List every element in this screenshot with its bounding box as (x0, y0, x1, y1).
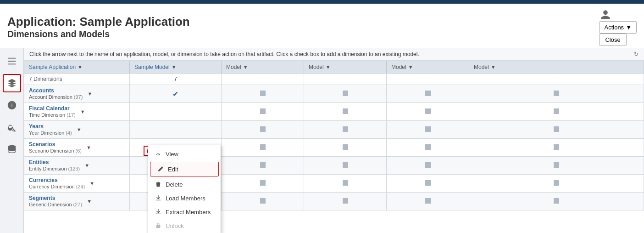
model-sq-cell[interactable] (387, 193, 469, 210)
dim-name[interactable]: Scenarios (29, 141, 55, 148)
delete-label: Delete (166, 181, 183, 188)
actions-label: Actions (604, 24, 624, 31)
model-col-5-arrow[interactable]: ▼ (491, 64, 496, 70)
actions-button[interactable]: Actions ▼ (599, 21, 637, 34)
dim-arrow[interactable]: ▼ (77, 127, 82, 132)
delete-icon (155, 181, 162, 188)
dropdown-item-edit[interactable]: Edit (150, 162, 219, 176)
dim-sub: Year Dimension (4) (29, 130, 72, 136)
dim-name[interactable]: Segments (29, 195, 55, 201)
dim-name[interactable]: Years (29, 123, 44, 130)
model-sq-cell[interactable] (469, 175, 644, 193)
model-sq-cell[interactable] (304, 157, 387, 175)
dim-sub: Scenario Dimension (6) (29, 148, 82, 153)
info-bar: Click the arrow next to the name of an a… (24, 48, 644, 61)
model-sq-cell[interactable] (222, 157, 304, 175)
header-right: Actions ▼ Close (599, 8, 637, 46)
dropdown-item-delete[interactable]: Delete (148, 177, 221, 191)
model-sq-cell[interactable] (469, 85, 644, 103)
model-col-2-arrow[interactable]: ▼ (243, 64, 248, 70)
unlock-icon (155, 222, 162, 229)
model-sq-cell[interactable] (222, 85, 304, 103)
close-button[interactable]: Close (599, 34, 626, 46)
app-col-arrow[interactable]: ▼ (78, 64, 83, 70)
dropdown-item-extract[interactable]: Extract Members (148, 205, 221, 219)
dim-name[interactable]: Entities (29, 159, 49, 165)
model-sq-cell[interactable] (469, 139, 644, 157)
model-count: 7 (130, 74, 222, 85)
model-col-3: Model ▼ (304, 61, 387, 74)
user-icon (599, 8, 612, 21)
model-sq-cell[interactable] (222, 175, 304, 193)
dropdown-menu: ∞ View Edit Delete Load Members (148, 145, 221, 233)
load-icon (155, 194, 162, 202)
model-sq-cell[interactable] (222, 193, 304, 210)
dim-arrow[interactable]: ▼ (86, 145, 91, 150)
model-col-2-label: Model (226, 64, 241, 70)
model-sq-cell[interactable] (387, 139, 469, 157)
model-col-1-label: Sample Model (134, 64, 170, 70)
dim-name-cell: Scenarios Scenario Dimension (6) ▼ (24, 139, 130, 157)
content-area: Click the arrow next to the name of an a… (24, 48, 644, 233)
dim-name-cell: Fiscal Calendar Time Dimension (17) ▼ (24, 103, 130, 121)
model-sq-cell[interactable] (469, 121, 644, 139)
sidebar-item-cube[interactable] (3, 74, 21, 92)
model-col-4: Model ▼ (387, 61, 469, 74)
dim-sub: Entity Dimension (123) (29, 166, 80, 171)
model-col-3-label: Model (309, 64, 324, 70)
model-sq-cell[interactable] (222, 103, 304, 121)
dim-name[interactable]: Fiscal Calendar (29, 105, 70, 112)
model-sq-cell[interactable] (469, 157, 644, 175)
dim-name[interactable]: Currencies (29, 177, 58, 183)
model-check-cell[interactable]: ✔ (130, 85, 222, 103)
model-sq-cell[interactable] (469, 103, 644, 121)
model-sq-cell[interactable] (304, 103, 387, 121)
model-sq-cell[interactable] (304, 193, 387, 210)
model-sq-cell[interactable] (387, 85, 469, 103)
extract-icon (155, 208, 162, 216)
dim-name-cell: Years Year Dimension (4) ▼ (24, 121, 130, 139)
model-sq-cell[interactable] (222, 139, 304, 157)
model-sq-cell[interactable] (469, 193, 644, 210)
dim-arrow[interactable]: ▼ (87, 199, 92, 204)
dim-name[interactable]: Accounts (29, 87, 54, 94)
sidebar-item-clock[interactable] (3, 96, 21, 114)
model-col-1-arrow[interactable]: ▼ (172, 64, 177, 70)
model-sq-cell[interactable] (222, 121, 304, 139)
model-empty-cell (130, 103, 222, 121)
model-sq-cell[interactable] (304, 85, 387, 103)
dropdown-item-unlock: Unlock (148, 219, 221, 233)
edit-label: Edit (168, 166, 178, 173)
table-row: Scenarios Scenario Dimension (6) ▼ (24, 139, 644, 157)
app-title: Application: Sample Application (7, 15, 190, 29)
header-left: Application: Sample Application Dimensio… (7, 15, 190, 40)
sidebar-item-database[interactable] (3, 140, 21, 159)
refresh-icon[interactable]: ↻ (634, 51, 638, 57)
sidebar-item-key[interactable] (3, 118, 21, 136)
model-sq-cell[interactable] (387, 157, 469, 175)
table-row: Years Year Dimension (4) ▼ (24, 121, 644, 139)
model-col-4-arrow[interactable]: ▼ (408, 64, 413, 70)
dim-arrow[interactable]: ▼ (87, 91, 92, 97)
model-empty-cell (130, 121, 222, 139)
dim-arrow[interactable]: ▼ (84, 163, 89, 168)
view-label: View (166, 151, 178, 158)
dropdown-item-load[interactable]: Load Members (148, 191, 221, 205)
model-sq-cell[interactable] (387, 175, 469, 193)
model-col-2: Model ▼ (222, 61, 304, 74)
dim-name-cell: Currencies Currency Dimension (24) ▼ (24, 175, 130, 193)
model-sq-cell[interactable] (387, 103, 469, 121)
model-sq-cell[interactable] (304, 121, 387, 139)
model-col-3-arrow[interactable]: ▼ (326, 64, 331, 70)
model-sq-cell[interactable] (387, 121, 469, 139)
dropdown-item-view[interactable]: ∞ View (148, 147, 221, 161)
model-sq-cell[interactable] (304, 139, 387, 157)
dim-arrow[interactable]: ▼ (89, 181, 94, 186)
table-row: Fiscal Calendar Time Dimension (17) ▼ (24, 103, 644, 121)
app-column-header: Sample Application ▼ (24, 61, 130, 74)
dim-arrow[interactable]: ▼ (80, 109, 85, 114)
dim-sub: Time Dimension (17) (29, 112, 76, 118)
sidebar-item-list[interactable] (3, 52, 21, 70)
model-sq-cell[interactable] (304, 175, 387, 193)
close-label: Close (605, 36, 620, 43)
